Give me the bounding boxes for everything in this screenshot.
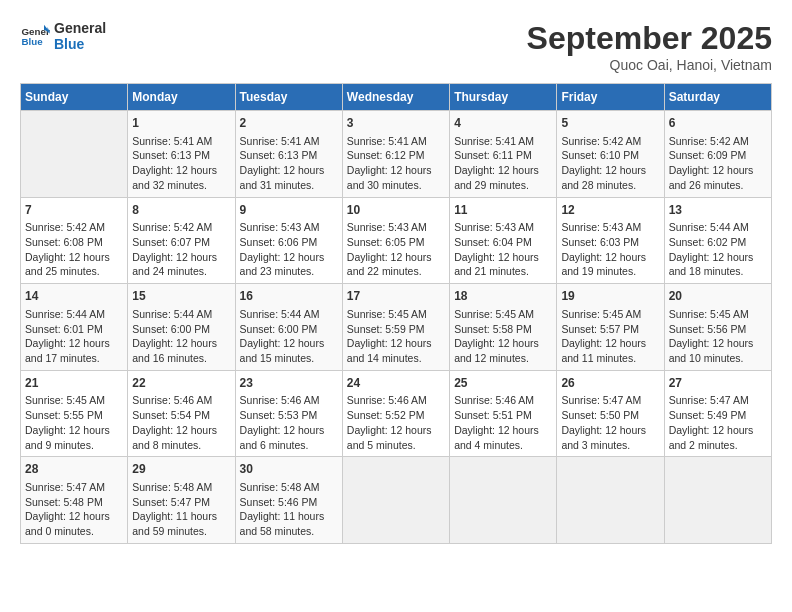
- day-info-line: Sunrise: 5:46 AM: [347, 393, 445, 408]
- day-number: 3: [347, 115, 445, 132]
- day-info-line: Sunrise: 5:44 AM: [25, 307, 123, 322]
- day-info-line: and 26 minutes.: [669, 178, 767, 193]
- calendar-cell: 3Sunrise: 5:41 AMSunset: 6:12 PMDaylight…: [342, 111, 449, 198]
- calendar-week-row: 21Sunrise: 5:45 AMSunset: 5:55 PMDayligh…: [21, 370, 772, 457]
- day-info-line: and 4 minutes.: [454, 438, 552, 453]
- calendar-cell: 22Sunrise: 5:46 AMSunset: 5:54 PMDayligh…: [128, 370, 235, 457]
- day-info-line: and 17 minutes.: [25, 351, 123, 366]
- calendar-cell: 7Sunrise: 5:42 AMSunset: 6:08 PMDaylight…: [21, 197, 128, 284]
- day-info-line: Sunrise: 5:41 AM: [347, 134, 445, 149]
- day-info-line: Sunrise: 5:43 AM: [240, 220, 338, 235]
- day-info-line: Sunrise: 5:45 AM: [25, 393, 123, 408]
- day-info-line: Sunset: 5:59 PM: [347, 322, 445, 337]
- calendar-cell: 13Sunrise: 5:44 AMSunset: 6:02 PMDayligh…: [664, 197, 771, 284]
- day-number: 24: [347, 375, 445, 392]
- day-number: 2: [240, 115, 338, 132]
- day-info-line: Daylight: 12 hours: [454, 336, 552, 351]
- day-number: 20: [669, 288, 767, 305]
- day-number: 26: [561, 375, 659, 392]
- day-info-line: and 30 minutes.: [347, 178, 445, 193]
- day-info-line: Sunrise: 5:48 AM: [240, 480, 338, 495]
- day-number: 14: [25, 288, 123, 305]
- day-info-line: Daylight: 12 hours: [454, 250, 552, 265]
- calendar-cell: 1Sunrise: 5:41 AMSunset: 6:13 PMDaylight…: [128, 111, 235, 198]
- calendar-cell: 14Sunrise: 5:44 AMSunset: 6:01 PMDayligh…: [21, 284, 128, 371]
- day-info-line: Sunset: 6:11 PM: [454, 148, 552, 163]
- day-info-line: Sunrise: 5:47 AM: [561, 393, 659, 408]
- weekday-header-thursday: Thursday: [450, 84, 557, 111]
- day-info-line: Daylight: 12 hours: [561, 250, 659, 265]
- day-info-line: Sunrise: 5:46 AM: [132, 393, 230, 408]
- day-info-line: and 14 minutes.: [347, 351, 445, 366]
- day-info-line: Sunset: 6:00 PM: [240, 322, 338, 337]
- day-info-line: Daylight: 12 hours: [454, 163, 552, 178]
- calendar-week-row: 1Sunrise: 5:41 AMSunset: 6:13 PMDaylight…: [21, 111, 772, 198]
- day-info-line: Sunset: 6:06 PM: [240, 235, 338, 250]
- calendar-cell: 24Sunrise: 5:46 AMSunset: 5:52 PMDayligh…: [342, 370, 449, 457]
- day-info-line: Daylight: 12 hours: [669, 423, 767, 438]
- day-info-line: Sunset: 5:53 PM: [240, 408, 338, 423]
- day-info-line: Sunrise: 5:48 AM: [132, 480, 230, 495]
- day-info-line: Daylight: 12 hours: [669, 336, 767, 351]
- day-number: 27: [669, 375, 767, 392]
- day-info-line: Sunset: 5:56 PM: [669, 322, 767, 337]
- day-info-line: Daylight: 12 hours: [347, 336, 445, 351]
- day-info-line: and 25 minutes.: [25, 264, 123, 279]
- calendar-cell: 6Sunrise: 5:42 AMSunset: 6:09 PMDaylight…: [664, 111, 771, 198]
- day-info-line: Sunset: 6:02 PM: [669, 235, 767, 250]
- day-info-line: Sunrise: 5:41 AM: [240, 134, 338, 149]
- calendar-cell: 23Sunrise: 5:46 AMSunset: 5:53 PMDayligh…: [235, 370, 342, 457]
- day-info-line: Sunrise: 5:44 AM: [132, 307, 230, 322]
- day-number: 17: [347, 288, 445, 305]
- day-info-line: and 21 minutes.: [454, 264, 552, 279]
- day-number: 30: [240, 461, 338, 478]
- day-info-line: and 28 minutes.: [561, 178, 659, 193]
- day-info-line: Daylight: 12 hours: [347, 163, 445, 178]
- day-info-line: Daylight: 11 hours: [132, 509, 230, 524]
- day-info-line: Sunrise: 5:45 AM: [561, 307, 659, 322]
- day-info-line: and 31 minutes.: [240, 178, 338, 193]
- title-block: September 2025 Quoc Oai, Hanoi, Vietnam: [527, 20, 772, 73]
- calendar-table: SundayMondayTuesdayWednesdayThursdayFrid…: [20, 83, 772, 544]
- day-info-line: Sunrise: 5:45 AM: [669, 307, 767, 322]
- day-info-line: and 0 minutes.: [25, 524, 123, 539]
- day-number: 18: [454, 288, 552, 305]
- day-info-line: Sunrise: 5:41 AM: [132, 134, 230, 149]
- day-info-line: Sunrise: 5:41 AM: [454, 134, 552, 149]
- day-info-line: Daylight: 12 hours: [561, 163, 659, 178]
- day-info-line: and 5 minutes.: [347, 438, 445, 453]
- calendar-cell: 21Sunrise: 5:45 AMSunset: 5:55 PMDayligh…: [21, 370, 128, 457]
- day-number: 28: [25, 461, 123, 478]
- calendar-cell: 30Sunrise: 5:48 AMSunset: 5:46 PMDayligh…: [235, 457, 342, 544]
- day-info-line: Daylight: 12 hours: [25, 509, 123, 524]
- calendar-cell: 8Sunrise: 5:42 AMSunset: 6:07 PMDaylight…: [128, 197, 235, 284]
- weekday-header-tuesday: Tuesday: [235, 84, 342, 111]
- day-info-line: Daylight: 12 hours: [669, 163, 767, 178]
- day-info-line: and 9 minutes.: [25, 438, 123, 453]
- day-number: 9: [240, 202, 338, 219]
- logo-line2: Blue: [54, 36, 106, 52]
- calendar-cell: 29Sunrise: 5:48 AMSunset: 5:47 PMDayligh…: [128, 457, 235, 544]
- calendar-cell: 4Sunrise: 5:41 AMSunset: 6:11 PMDaylight…: [450, 111, 557, 198]
- calendar-cell: 27Sunrise: 5:47 AMSunset: 5:49 PMDayligh…: [664, 370, 771, 457]
- calendar-cell: 10Sunrise: 5:43 AMSunset: 6:05 PMDayligh…: [342, 197, 449, 284]
- logo-icon: General Blue: [20, 21, 50, 51]
- day-info-line: Sunset: 6:05 PM: [347, 235, 445, 250]
- day-number: 4: [454, 115, 552, 132]
- day-info-line: and 58 minutes.: [240, 524, 338, 539]
- day-number: 10: [347, 202, 445, 219]
- calendar-cell: 2Sunrise: 5:41 AMSunset: 6:13 PMDaylight…: [235, 111, 342, 198]
- calendar-cell: [664, 457, 771, 544]
- day-info-line: Sunrise: 5:43 AM: [561, 220, 659, 235]
- day-info-line: Sunset: 6:13 PM: [240, 148, 338, 163]
- day-info-line: Daylight: 12 hours: [25, 250, 123, 265]
- day-info-line: and 6 minutes.: [240, 438, 338, 453]
- day-number: 1: [132, 115, 230, 132]
- location: Quoc Oai, Hanoi, Vietnam: [527, 57, 772, 73]
- day-info-line: Sunset: 5:54 PM: [132, 408, 230, 423]
- day-info-line: and 2 minutes.: [669, 438, 767, 453]
- calendar-week-row: 14Sunrise: 5:44 AMSunset: 6:01 PMDayligh…: [21, 284, 772, 371]
- day-info-line: Sunset: 5:50 PM: [561, 408, 659, 423]
- weekday-header-monday: Monday: [128, 84, 235, 111]
- day-info-line: and 18 minutes.: [669, 264, 767, 279]
